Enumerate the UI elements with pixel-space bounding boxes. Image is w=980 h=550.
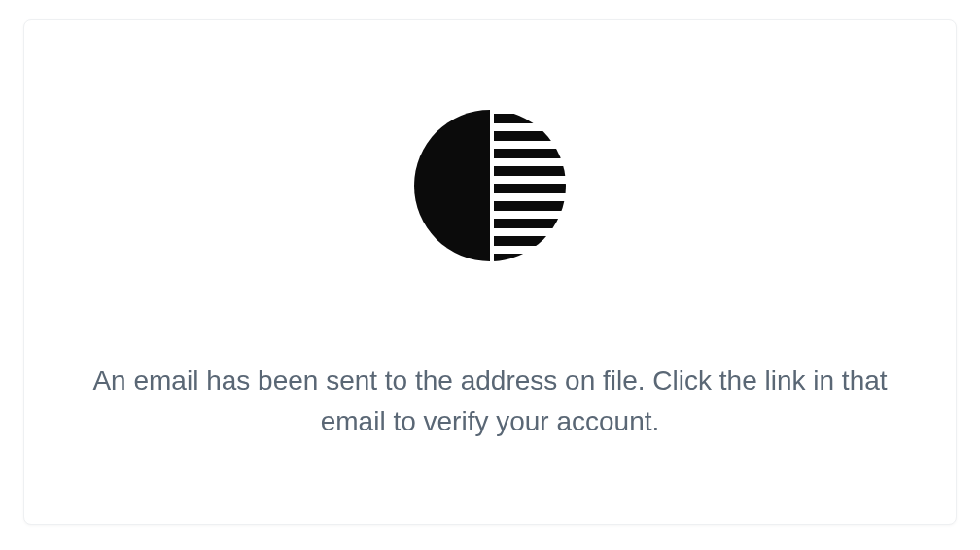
svg-rect-6 [494, 149, 568, 158]
svg-rect-4 [494, 114, 568, 123]
svg-rect-10 [494, 219, 568, 228]
svg-rect-11 [494, 236, 568, 246]
svg-rect-8 [494, 184, 568, 193]
verification-card: An email has been sent to the address on… [23, 19, 957, 525]
svg-rect-7 [494, 166, 568, 176]
verification-message: An email has been sent to the address on… [83, 361, 897, 442]
svg-rect-5 [494, 131, 568, 141]
svg-rect-3 [412, 108, 490, 263]
svg-rect-12 [494, 254, 568, 263]
brand-logo-icon [412, 108, 568, 263]
svg-rect-9 [494, 201, 568, 211]
